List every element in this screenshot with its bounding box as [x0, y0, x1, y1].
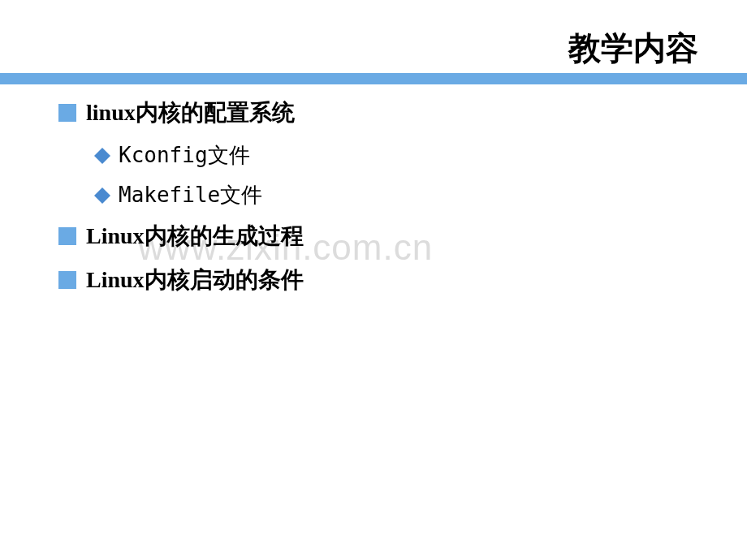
- diamond-bullet-icon: [94, 148, 110, 164]
- sub-list-item: Makefile文件: [94, 181, 698, 209]
- sub-item-label: Makefile文件: [119, 181, 262, 209]
- item-label: Linux内核启动的条件: [86, 265, 304, 295]
- svg-marker-1: [94, 187, 110, 204]
- list-item: Linux内核的生成过程: [58, 221, 698, 252]
- content-area: linux内核的配置系统 Kconfig文件 Makefile文件 Linux内…: [58, 97, 698, 308]
- sub-item-label: Kconfig文件: [119, 141, 250, 170]
- diamond-bullet-icon: [94, 187, 110, 204]
- page-title: 教学内容: [568, 26, 698, 71]
- item-label: Linux内核的生成过程: [86, 221, 304, 252]
- square-bullet-icon: [58, 104, 76, 122]
- sub-list-item: Kconfig文件: [94, 141, 698, 170]
- divider-bar: [0, 73, 747, 84]
- square-bullet-icon: [58, 271, 76, 289]
- list-item: linux内核的配置系统: [58, 97, 698, 128]
- svg-marker-0: [94, 148, 110, 164]
- list-item: Linux内核启动的条件: [58, 265, 698, 295]
- item-label: linux内核的配置系统: [86, 97, 295, 128]
- square-bullet-icon: [58, 227, 76, 245]
